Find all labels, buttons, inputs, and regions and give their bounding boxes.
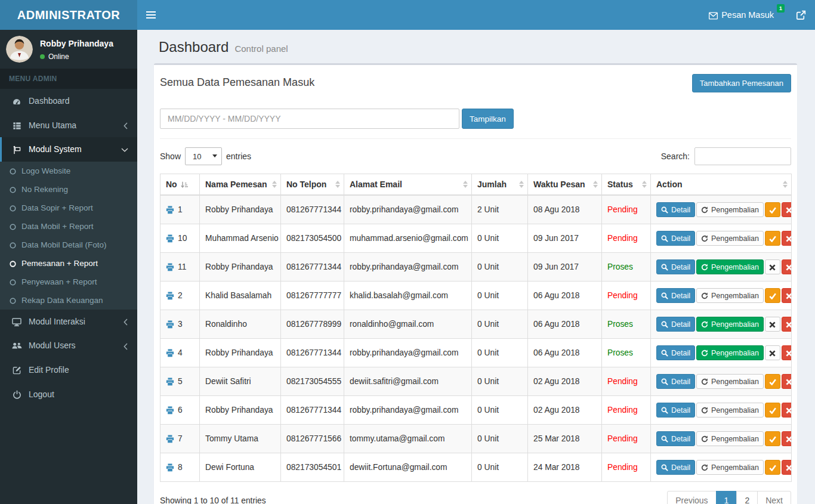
delete-button[interactable]	[782, 288, 792, 303]
cancel-button[interactable]	[765, 259, 780, 274]
sidebar-item-modul-interaksi[interactable]: Modul Interaksi	[0, 310, 137, 333]
page-length-select[interactable]: 10	[185, 147, 222, 165]
detail-button[interactable]: Detail	[656, 403, 695, 418]
submenu-item-logo-website[interactable]: Logo Website	[0, 162, 137, 180]
add-order-button[interactable]: Tambahkan Pemesanan	[692, 74, 791, 92]
pagination-page-1[interactable]: 1	[716, 491, 737, 504]
printer-icon[interactable]	[166, 262, 174, 271]
approve-button[interactable]	[765, 460, 780, 475]
detail-button[interactable]: Detail	[656, 374, 695, 389]
cancel-button[interactable]	[765, 317, 780, 332]
show-button[interactable]: Tampilkan	[462, 109, 514, 129]
user-status[interactable]: Online	[40, 52, 113, 61]
detail-button[interactable]: Detail	[656, 288, 695, 303]
printer-icon[interactable]	[166, 320, 174, 329]
delete-button[interactable]	[782, 460, 792, 475]
approve-button[interactable]	[765, 202, 780, 217]
delete-button[interactable]	[782, 202, 792, 217]
refresh-icon	[701, 234, 708, 243]
delete-button[interactable]	[782, 259, 792, 274]
printer-icon[interactable]	[166, 348, 174, 357]
cancel-button[interactable]	[765, 345, 780, 360]
detail-button[interactable]: Detail	[656, 202, 695, 217]
pengembalian-button[interactable]: Pengembalian	[696, 231, 764, 246]
submenu-item-data-mobil[interactable]: Data Mobil + Report	[0, 217, 137, 236]
approve-button[interactable]	[765, 431, 780, 446]
column-header-no[interactable]: No	[160, 174, 200, 196]
quantity-cell: 0 Unit	[472, 367, 528, 396]
column-header-email[interactable]: Alamat Email	[344, 174, 472, 196]
search-input[interactable]	[694, 147, 791, 165]
submenu-item-data-sopir[interactable]: Data Sopir + Report	[0, 199, 137, 217]
table-row: 11Robby Prihandaya081267771344robby.prih…	[160, 253, 792, 282]
sidebar-item-edit-profile[interactable]: Edit Profile	[0, 357, 137, 382]
submenu-item-data-mobil-detail[interactable]: Data Mobil Detail (Foto)	[0, 236, 137, 254]
delete-button[interactable]	[782, 231, 792, 246]
detail-button[interactable]: Detail	[656, 460, 695, 475]
chevron-down-icon	[121, 144, 128, 154]
sort-icon	[593, 181, 598, 188]
delete-button[interactable]	[782, 317, 792, 332]
detail-button[interactable]: Detail	[656, 345, 695, 360]
printer-icon[interactable]	[166, 377, 174, 386]
approve-button[interactable]	[765, 403, 780, 418]
printer-icon[interactable]	[166, 406, 174, 415]
panel-title: Semua Data Pemesanan Masuk	[160, 74, 314, 89]
submenu-item-pemesanan[interactable]: Pemesanan + Report	[0, 254, 137, 273]
pengembalian-button[interactable]: Pengembalian	[696, 202, 764, 217]
phone-cell: 081267771566	[281, 425, 344, 453]
printer-icon[interactable]	[166, 205, 174, 214]
approve-button[interactable]	[765, 288, 780, 303]
pagination-next[interactable]: Next	[757, 491, 791, 504]
action-cell: DetailPengembalian	[651, 195, 792, 224]
sidebar-item-logout[interactable]: Logout	[0, 382, 137, 406]
detail-button[interactable]: Detail	[656, 231, 695, 246]
submenu-item-rekap-keuangan[interactable]: Rekap Data Keuangan	[0, 291, 137, 310]
sidebar-item-menu-utama[interactable]: Menu Utama	[0, 113, 137, 137]
pengembalian-button[interactable]: Pengembalian	[696, 345, 764, 360]
sidebar-item-modul-users[interactable]: Modul Users	[0, 333, 137, 357]
detail-button[interactable]: Detail	[656, 317, 695, 332]
date-range-input[interactable]	[160, 109, 459, 129]
submenu-item-no-rekening[interactable]: No Rekening	[0, 180, 137, 199]
column-header-action[interactable]: Action	[651, 174, 792, 196]
pagination-previous[interactable]: Previous	[667, 491, 716, 504]
external-link-menu[interactable]	[787, 0, 815, 30]
column-header-jumlah[interactable]: Jumlah	[472, 174, 528, 196]
printer-icon[interactable]	[166, 463, 174, 472]
pengembalian-button[interactable]: Pengembalian	[696, 431, 764, 446]
order-date-cell: 09 Jun 2017	[528, 253, 602, 282]
detail-button[interactable]: Detail	[656, 431, 695, 446]
printer-icon[interactable]	[166, 291, 174, 300]
sidebar-toggle-button[interactable]	[137, 0, 164, 30]
column-header-nama[interactable]: Nama Pemesan	[200, 174, 281, 196]
printer-icon[interactable]	[166, 234, 174, 243]
phone-cell: 081267771344	[281, 253, 344, 282]
circle-o-icon	[10, 259, 16, 268]
delete-button[interactable]	[782, 374, 792, 389]
detail-button[interactable]: Detail	[656, 259, 695, 274]
printer-icon[interactable]	[166, 434, 174, 443]
pengembalian-button[interactable]: Pengembalian	[696, 259, 764, 274]
email-cell: robby.prihandaya@gmail.com	[344, 339, 472, 367]
pengembalian-button[interactable]: Pengembalian	[696, 460, 764, 475]
phone-cell: 081267771344	[281, 396, 344, 425]
delete-button[interactable]	[782, 403, 792, 418]
messages-menu[interactable]: Pesan Masuk 1	[700, 0, 787, 30]
pengembalian-button[interactable]: Pengembalian	[696, 403, 764, 418]
delete-button[interactable]	[782, 345, 792, 360]
brand-logo[interactable]: ADMINISTRATOR	[0, 0, 137, 30]
submenu-item-penyewaan[interactable]: Penyewaan + Report	[0, 273, 137, 291]
approve-button[interactable]	[765, 231, 780, 246]
pengembalian-button[interactable]: Pengembalian	[696, 317, 764, 332]
pengembalian-button[interactable]: Pengembalian	[696, 288, 764, 303]
column-header-waktu[interactable]: Waktu Pesan	[528, 174, 602, 196]
sidebar-item-modul-system[interactable]: Modul System	[0, 137, 137, 162]
sidebar-item-dashboard[interactable]: Dashboard	[0, 89, 137, 113]
column-header-status[interactable]: Status	[602, 174, 651, 196]
delete-button[interactable]	[782, 431, 792, 446]
column-header-telpon[interactable]: No Telpon	[281, 174, 344, 196]
pengembalian-button[interactable]: Pengembalian	[696, 374, 764, 389]
pagination-page-2[interactable]: 2	[736, 491, 758, 504]
approve-button[interactable]	[765, 374, 780, 389]
